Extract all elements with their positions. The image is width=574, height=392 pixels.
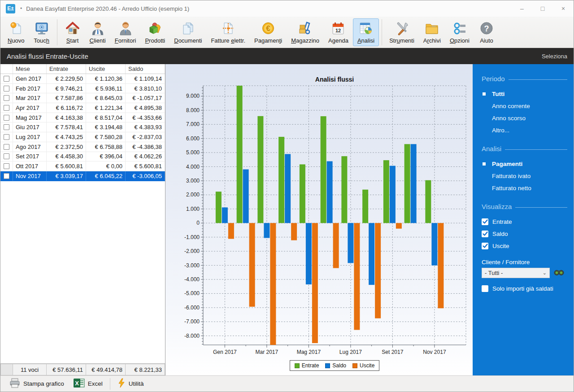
fatture-elettr-button[interactable]: Fatture elettr. xyxy=(206,18,250,46)
pagamenti-button[interactable]: €Pagamenti xyxy=(250,18,287,46)
section-rule xyxy=(515,207,567,208)
row-checkbox[interactable] xyxy=(4,115,9,121)
table-row[interactable]: Mag 2017€ 4.163,38€ 8.517,04€ -4.353,66 xyxy=(0,113,165,123)
legend-label: Entrate xyxy=(302,362,319,369)
sidebar-option-pagamenti[interactable]: Pagamenti xyxy=(482,158,567,170)
table-header-saldo[interactable]: Saldo xyxy=(126,64,165,74)
excel-button[interactable]: XExcel xyxy=(69,376,107,391)
cell-mese: Nov 2017 xyxy=(13,171,47,181)
magazzino-button[interactable]: Magazzino xyxy=(287,18,324,46)
row-checkbox[interactable] xyxy=(4,134,9,140)
bar-entrate-giu-2017 xyxy=(321,116,326,223)
row-checkbox[interactable] xyxy=(4,86,9,91)
table-row[interactable]: Apr 2017€ 6.116,72€ 1.221,34€ 4.895,38 xyxy=(0,103,165,113)
bar-saldo-lug-2017 xyxy=(348,223,353,263)
printer-icon xyxy=(9,378,20,389)
strumenti-button[interactable]: Strumenti xyxy=(385,18,419,46)
bar-entrate-nov-2017 xyxy=(425,180,431,223)
table-row[interactable]: Giu 2017€ 7.578,41€ 3.194,48€ 4.383,93 xyxy=(0,122,165,132)
row-checkbox-cell xyxy=(0,152,13,161)
checked-checkbox[interactable] xyxy=(482,231,488,237)
clienti-label: Clienti xyxy=(90,37,106,44)
opzioni-button[interactable]: Opzioni xyxy=(445,18,474,46)
table-header-entrate[interactable]: Entrate xyxy=(47,64,86,74)
clienti-icon xyxy=(90,21,106,36)
binoculars-icon[interactable] xyxy=(554,269,564,277)
sidebar-checkbox-uscite[interactable]: Uscite xyxy=(482,240,567,252)
svg-text:Gen 2017: Gen 2017 xyxy=(213,349,237,355)
row-checkbox[interactable] xyxy=(4,173,9,179)
maximize-button[interactable]: □ xyxy=(532,0,553,17)
sidebar-option-altro-[interactable]: Altro... xyxy=(482,124,567,136)
table-row[interactable]: Mar 2017€ 7.587,86€ 8.645,03€ -1.057,17 xyxy=(0,93,165,103)
table-row[interactable]: Nov 2017€ 3.039,17€ 6.045,22€ -3.006,05 xyxy=(0,171,165,181)
row-checkbox[interactable] xyxy=(4,163,9,169)
legend-swatch xyxy=(352,363,357,368)
table-row[interactable]: Ago 2017€ 2.372,50€ 6.758,88€ -4.386,38 xyxy=(0,142,165,152)
sidebar-checkbox-saldo[interactable]: Saldo xyxy=(482,228,567,240)
row-checkbox[interactable] xyxy=(4,95,9,101)
documenti-button[interactable]: Documenti xyxy=(170,18,206,46)
documenti-label: Documenti xyxy=(174,37,202,44)
sidebar-option-anno-scorso[interactable]: Anno scorso xyxy=(482,112,567,124)
table-row[interactable]: Set 2017€ 4.458,30€ 396,04€ 4.062,26 xyxy=(0,152,165,162)
table-row[interactable]: Gen 2017€ 2.229,50€ 1.120,36€ 1.109,14 xyxy=(0,74,165,84)
checked-checkbox[interactable] xyxy=(482,218,488,225)
start-button[interactable]: Start xyxy=(60,18,85,46)
unchecked-checkbox[interactable] xyxy=(482,285,488,292)
cell-uscite: € 1.221,34 xyxy=(86,103,126,113)
minimize-button[interactable]: – xyxy=(512,0,532,17)
aiuto-button[interactable]: ?Aiuto xyxy=(474,18,499,46)
agenda-button[interactable]: 12Agenda xyxy=(324,18,353,46)
checked-checkbox[interactable] xyxy=(482,243,488,249)
sidebar-checkbox-entrate[interactable]: Entrate xyxy=(482,216,567,228)
row-checkbox[interactable] xyxy=(4,105,9,111)
cliente-fornitore-dropdown[interactable]: - Tutti -⌄ xyxy=(482,268,550,278)
sidebar-option-fatturato-ivato[interactable]: Fatturato ivato xyxy=(482,170,567,182)
close-button[interactable]: × xyxy=(553,0,574,17)
table-row[interactable]: Lug 2017€ 4.743,25€ 7.580,28€ -2.837,03 xyxy=(0,132,165,142)
fatture-icon xyxy=(220,21,236,36)
utilita-button[interactable]: Utilità xyxy=(113,376,148,391)
row-checkbox[interactable] xyxy=(4,76,9,82)
bar-saldo-set-2017 xyxy=(390,166,396,223)
row-checkbox-cell xyxy=(0,113,13,122)
touch-button[interactable]: Touch xyxy=(29,18,54,46)
sidebar-option-fatturato-netto[interactable]: Fatturato netto xyxy=(482,182,567,194)
seleziona-button[interactable]: Seleziona xyxy=(542,53,567,60)
row-checkbox-cell xyxy=(0,132,13,142)
legend-swatch xyxy=(325,363,330,368)
nuovo-button[interactable]: Nuovo xyxy=(3,18,29,46)
cell-saldo: € -4.353,66 xyxy=(126,113,165,122)
cell-entrate: € 7.578,41 xyxy=(47,122,86,132)
cell-uscite: € 1.120,36 xyxy=(86,74,126,83)
table-header-uscite[interactable]: Uscite xyxy=(86,64,126,74)
row-checkbox[interactable] xyxy=(4,153,9,159)
table-header-mese[interactable]: Mese xyxy=(13,64,47,74)
sidebar-option-tutti[interactable]: Tutti xyxy=(482,88,567,100)
stampa-grafico-label: Stampa grafico xyxy=(23,380,64,387)
bar-saldo-nov-2017 xyxy=(431,223,437,265)
fornitori-button[interactable]: Fornitori xyxy=(110,18,141,46)
cell-uscite: € 7.580,28 xyxy=(86,132,126,142)
clienti-button[interactable]: Clienti xyxy=(85,18,110,46)
row-checkbox-cell xyxy=(0,142,13,152)
sidebar-checkbox-solo-importi-gia-saldati[interactable]: Solo importi già saldati xyxy=(482,283,567,295)
fornitori-icon xyxy=(117,21,134,36)
analisi-button[interactable]: Analisi xyxy=(353,18,379,46)
sidebar-option-anno-corrente[interactable]: Anno corrente xyxy=(482,100,567,112)
row-checkbox[interactable] xyxy=(4,124,9,130)
prodotti-icon xyxy=(147,21,163,36)
prodotti-button[interactable]: Prodotti xyxy=(140,18,170,46)
sidebar-gap xyxy=(482,252,567,256)
svg-text:Mag 2017: Mag 2017 xyxy=(297,349,321,355)
title-bullet: • xyxy=(20,5,22,12)
table-row[interactable]: Ott 2017€ 5.600,81€ 0,00€ 5.600,81 xyxy=(0,161,165,171)
toolbar-separator xyxy=(382,19,382,45)
sidebar-section-title: Analisi xyxy=(482,145,567,152)
archivi-button[interactable]: Archivi xyxy=(419,18,445,46)
cell-mese: Lug 2017 xyxy=(13,132,47,142)
row-checkbox[interactable] xyxy=(4,144,9,150)
table-row[interactable]: Feb 2017€ 9.746,21€ 5.936,11€ 3.810,10 xyxy=(0,84,165,94)
stampa-grafico-button[interactable]: Stampa grafico xyxy=(5,376,69,391)
